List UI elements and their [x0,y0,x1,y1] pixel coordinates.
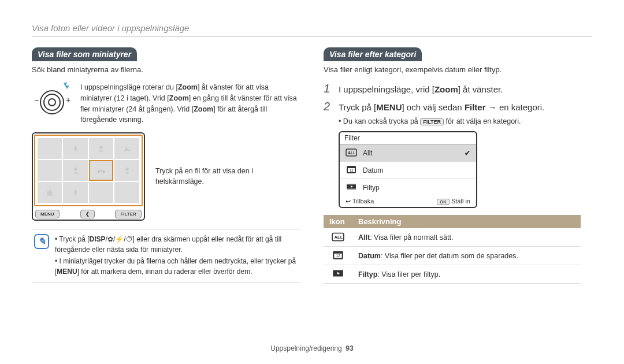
thumb-cell [89,182,113,203]
zoom-dial-instruction: − + I uppspelningsläge roterar du [Zoom]… [32,82,300,125]
svg-rect-18 [347,188,356,190]
note-icon: ✎ [34,234,49,249]
step-number: 1 [324,82,333,95]
intro-text-right: Visa filer enligt kategori, exempelvis d… [324,65,592,75]
icon-description-table: Ikon Beskrivning ALL Allt: Visa filer på… [324,215,581,284]
svg-text:−: − [34,95,39,105]
right-column: Visa filer efter kategori Visa filer enl… [324,47,592,284]
screen-share-button: ❮ [80,210,95,218]
table-row: ALL Allt: Visa filer på normalt sätt. [324,228,581,247]
thumbnail-callout: Tryck på en fil för att visa den i helsk… [155,166,300,187]
zoom-dial-icon: − + [32,82,73,117]
thumb-cell [38,138,62,159]
svg-text:12: 12 [350,169,354,172]
step-number: 2 [324,100,333,113]
svg-point-9 [125,168,129,171]
svg-point-8 [103,172,105,173]
all-icon: ALL [346,147,357,158]
table-header-desc: Beskrivning [352,215,581,228]
back-icon: ↩ [346,198,351,205]
filter-menu-screen: Filter ALL Allt ✔ 12 Datum [339,131,477,208]
left-column: Visa filer som miniatyrer Sök bland mini… [32,47,300,284]
svg-text:ALL: ALL [348,151,356,155]
svg-point-5 [99,146,103,149]
svg-text:12: 12 [336,254,341,258]
thumb-cell [89,138,113,159]
all-icon: ALL [324,228,352,247]
thumb-cell [38,160,62,181]
timer-icon: ⏱ [126,235,133,243]
svg-text:+: + [66,95,70,105]
svg-point-6 [74,168,77,171]
filter-row-date: 12 Datum [340,162,476,179]
check-icon: ✔ [465,149,470,157]
svg-point-3 [49,99,55,106]
flower-icon: ✿ [107,235,113,243]
thumb-cell-selected [89,160,113,181]
thumb-cell [63,160,87,181]
filter-row-type: Filtyp [340,179,476,196]
svg-text:ALL: ALL [334,235,343,240]
filter-menu-footer: ↩ Tillbaka OK Ställ in [340,196,476,207]
intro-text: Sök bland miniatyrerna av filerna. [32,65,300,75]
section-heading-category: Visa filer efter kategori [324,47,422,61]
table-row: Filtyp: Visa filer per filtyp. [324,265,581,284]
section-heading-thumbnails: Visa filer som miniatyrer [32,47,137,61]
thumb-cell [114,182,139,203]
thumb-cell [63,138,87,159]
dial-text: I uppspelningsläge roterar du [Zoom] åt … [80,82,300,125]
svg-rect-17 [347,184,356,185]
filter-inline-button: FILTER [420,118,444,125]
table-header-icon: Ikon [324,215,352,228]
filmstrip-icon [324,265,352,284]
thumb-cell [63,182,87,203]
thumb-cell [114,160,139,181]
step-2: 2 Tryck på [MENU] och välj sedan Filter … [324,100,592,114]
thumb-cell [38,182,62,203]
svg-point-2 [44,94,60,110]
filter-menu-header: Filter [340,132,476,144]
ok-icon: OK [437,199,450,205]
note-box: ✎ Tryck på [DISP/✿/⚡/⏱] eller dra skärme… [32,229,300,283]
screen-menu-button: MENU [35,210,60,218]
svg-rect-10 [47,192,52,196]
step-2-sub: Du kan också trycka på FILTER för att vä… [339,117,592,125]
table-row: 12 Datum: Visa filer per det datum som d… [324,247,581,265]
thumb-cell [114,138,139,159]
flash-icon: ⚡ [115,235,124,243]
page-footer: Uppspelning/redigering 93 [0,344,624,352]
filter-row-all: ALL Allt ✔ [340,144,476,162]
note-bullet-2: I miniatyrläget trycker du på filerna oc… [55,256,298,277]
svg-point-7 [98,172,99,173]
calendar-icon: 12 [324,247,352,265]
step-1: 1 I uppspelningsläge, vrid [Zoom] åt vän… [324,82,592,96]
filmstrip-icon [346,182,357,193]
breadcrumb: Visa foton eller videor i uppspelningslä… [32,23,592,37]
screen-filter-button: FILTER [115,210,141,218]
note-bullet-1: Tryck på [DISP/✿/⚡/⏱] eller dra skärmen … [55,234,298,255]
calendar-icon: 12 [346,165,357,176]
thumbnail-screen: MENU ❮ FILTER [32,132,145,221]
